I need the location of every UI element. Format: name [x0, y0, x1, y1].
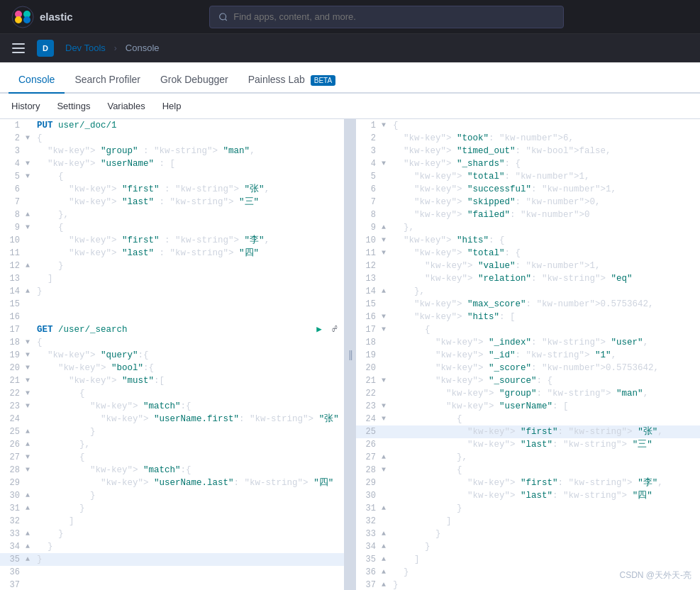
line-number: 29 [356, 477, 382, 489]
fold-arrow[interactable]: ▼ [26, 157, 35, 170]
table-row: 13 ] [0, 272, 344, 285]
hamburger-button[interactable] [9, 38, 28, 58]
submenu-variables[interactable]: Variables [104, 96, 148, 116]
line-number: 1 [0, 119, 26, 132]
fold-arrow[interactable]: ▲ [26, 285, 35, 298]
table-row: 22 "kw-key"> "group": "kw-string"> "man"… [356, 387, 700, 400]
fold-arrow[interactable]: ▼ [26, 221, 35, 234]
table-row: 12▲ } [0, 260, 344, 272]
submenu-help[interactable]: Help [160, 96, 184, 116]
fold-arrow[interactable]: ▼ [26, 451, 35, 464]
right-editor-panel: 1▼{2 "kw-key"> "took": "kw-number">6,3 "… [356, 119, 700, 590]
fold-arrow[interactable]: ▲ [26, 540, 35, 553]
copy-query-button[interactable]: ☍ [328, 323, 341, 336]
fold-arrow[interactable]: ▲ [382, 579, 391, 590]
user-avatar[interactable]: D [37, 40, 54, 57]
submenu-settings[interactable]: Settings [54, 96, 93, 116]
fold-arrow[interactable]: ▼ [382, 413, 391, 425]
table-row: 6 "kw-key"> "first" : "kw-string"> "张", [0, 183, 344, 196]
fold-arrow[interactable]: ▼ [382, 323, 391, 336]
fold-arrow [26, 234, 35, 247]
fold-arrow[interactable]: ▼ [26, 362, 35, 374]
line-actions: ▶☍ [313, 323, 344, 336]
elastic-logo[interactable]: elastic [11, 6, 73, 28]
fold-arrow [26, 272, 35, 285]
table-row: 19▼ "kw-key"> "query":{ [0, 349, 344, 362]
fold-arrow[interactable]: ▲ [382, 540, 391, 553]
fold-arrow[interactable]: ▼ [382, 234, 391, 247]
fold-arrow[interactable]: ▲ [26, 528, 35, 540]
fold-arrow [382, 196, 391, 208]
submenu-history[interactable]: History [9, 96, 43, 116]
fold-arrow[interactable]: ▲ [382, 221, 391, 234]
fold-arrow[interactable]: ▲ [382, 285, 391, 298]
fold-arrow [382, 362, 391, 374]
table-row: 12 "kw-key"> "value": "kw-number">1, [356, 260, 700, 272]
fold-arrow[interactable]: ▼ [382, 311, 391, 323]
svg-point-4 [23, 16, 30, 23]
tab-search-profiler[interactable]: Search Profiler [65, 67, 150, 94]
code-content: { [391, 464, 700, 477]
fold-arrow[interactable]: ▼ [26, 400, 35, 413]
table-row: 30▲ } [0, 489, 344, 502]
fold-arrow[interactable]: ▲ [26, 425, 35, 438]
tab-grok-debugger[interactable]: Grok Debugger [150, 67, 238, 94]
right-code-editor[interactable]: 1▼{2 "kw-key"> "took": "kw-number">6,3 "… [356, 119, 700, 590]
fold-arrow[interactable]: ▲ [382, 502, 391, 515]
fold-arrow[interactable]: ▼ [26, 464, 35, 477]
fold-arrow[interactable]: ▲ [382, 528, 391, 540]
fold-arrow[interactable]: ▲ [26, 489, 35, 502]
fold-arrow[interactable]: ▼ [382, 157, 391, 170]
run-query-button[interactable]: ▶ [313, 323, 326, 336]
fold-arrow [26, 579, 35, 590]
table-row: 35▲ ] [356, 553, 700, 566]
fold-arrow[interactable]: ▲ [26, 502, 35, 515]
code-content: "kw-key"> "hits": [ [391, 311, 700, 323]
table-row: 31▲ } [0, 502, 344, 515]
fold-arrow[interactable]: ▼ [26, 387, 35, 400]
fold-arrow[interactable]: ▼ [382, 119, 391, 132]
fold-arrow[interactable]: ▼ [26, 170, 35, 183]
code-content: "kw-key"> "userName.last": "kw-string"> … [35, 477, 344, 489]
code-content: } [391, 540, 700, 553]
fold-arrow[interactable]: ▲ [382, 566, 391, 579]
global-search-input[interactable] [233, 11, 555, 22]
fold-arrow[interactable]: ▼ [26, 132, 35, 145]
line-number: 17 [356, 323, 382, 336]
fold-arrow[interactable]: ▼ [382, 247, 391, 260]
line-number: 15 [356, 298, 382, 311]
code-content: { [391, 323, 700, 336]
fold-arrow[interactable]: ▲ [382, 553, 391, 566]
breadcrumb-dev-tools[interactable]: Dev Tools [60, 40, 111, 56]
table-row: 14▲} [0, 285, 344, 298]
fold-arrow[interactable]: ▲ [26, 208, 35, 221]
fold-arrow[interactable]: ▼ [382, 464, 391, 477]
line-number: 18 [0, 336, 26, 349]
left-code-editor[interactable]: 1 PUT user/_doc/12▼{3 "kw-key"> "group" … [0, 119, 344, 590]
line-number: 19 [0, 349, 26, 362]
tab-painless-lab[interactable]: Painless Lab BETA [238, 67, 345, 94]
fold-arrow[interactable]: ▼ [382, 374, 391, 387]
code-content: "kw-key"> "_source": { [391, 374, 700, 387]
code-content: }, [391, 285, 700, 298]
fold-arrow[interactable]: ▼ [382, 400, 391, 413]
global-search-bar[interactable] [209, 6, 564, 28]
fold-arrow[interactable]: ▲ [26, 553, 35, 566]
table-row: 29 "kw-key"> "userName.last": "kw-string… [0, 477, 344, 489]
fold-arrow[interactable]: ▲ [26, 260, 35, 272]
line-number: 5 [0, 170, 26, 183]
line-number: 3 [0, 145, 26, 157]
fold-arrow[interactable]: ▼ [26, 374, 35, 387]
table-row: 31▲ } [356, 502, 700, 515]
table-row: 19 "kw-key"> "_id": "kw-string"> "1", [356, 349, 700, 362]
fold-arrow[interactable]: ▲ [26, 438, 35, 451]
code-content [35, 298, 344, 311]
fold-arrow[interactable]: ▲ [382, 451, 391, 464]
fold-arrow[interactable]: ▼ [26, 349, 35, 362]
fold-arrow[interactable]: ▼ [26, 336, 35, 349]
fold-arrow [26, 413, 35, 425]
panel-divider[interactable]: ‖ [345, 119, 356, 590]
tab-console[interactable]: Console [9, 67, 65, 94]
code-content: "kw-key"> "_index": "kw-string"> "user", [391, 336, 700, 349]
table-row: 15 "kw-key"> "max_score": "kw-number">0.… [356, 298, 700, 311]
